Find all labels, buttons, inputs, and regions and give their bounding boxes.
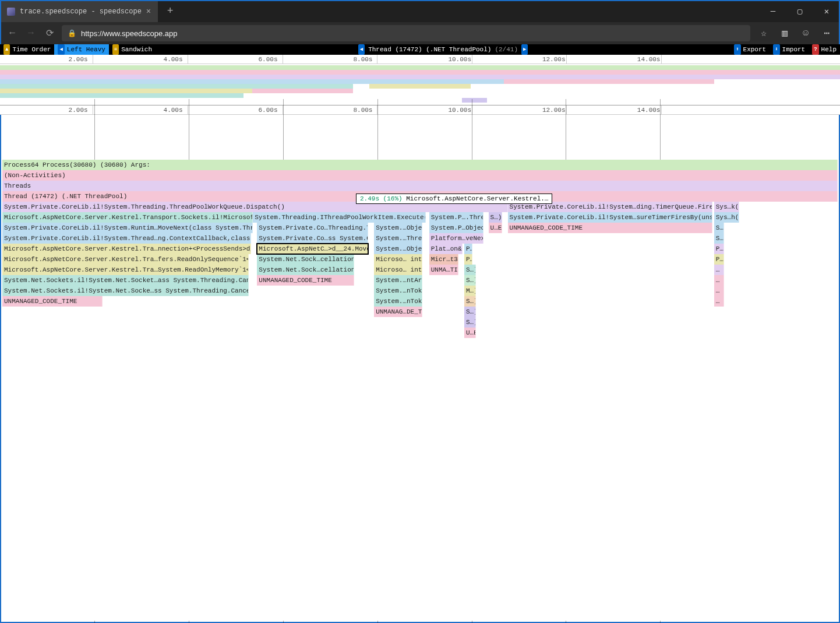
flame-frame[interactable]: System.Private.CoreLib.il!System.Thread…… (2, 233, 251, 244)
flame-frame[interactable]: P…) (714, 254, 724, 265)
close-window-button[interactable]: ✕ (813, 0, 840, 22)
prev-thread-icon[interactable]: ◀ (358, 44, 365, 55)
flame-frame[interactable]: System.Private.Co…ss System.Object) (257, 233, 368, 244)
minimap-band (462, 98, 487, 103)
flame-frame[interactable]: System.Threading.IThreadPoolWorkItem.Exe… (253, 212, 426, 223)
reading-icon[interactable]: ▥ (777, 27, 792, 39)
sandwich-tab[interactable]: ≡Sandwich (109, 44, 156, 55)
flame-frame[interactable]: System.P….Thread) (429, 212, 483, 223)
more-icon[interactable]: ⋯ (819, 27, 834, 39)
tab-title: trace.speedscope - speedscope (20, 8, 142, 16)
flame-frame[interactable]: M…) (464, 286, 476, 296)
flame-frame[interactable]: S…) (464, 275, 476, 286)
flame-frame[interactable]: System.Net.Sock…cellationToken) (257, 254, 354, 265)
thread-selector[interactable]: ◀ Thread (17472) (.NET ThreadPool) (2/41… (156, 44, 730, 55)
flame-frame[interactable]: UNMANAGED_CODE_TIME (2, 296, 103, 307)
flame-frame[interactable]: System.Net.Sock…cellationToken) (257, 265, 354, 275)
help-button[interactable]: ?Help (809, 44, 840, 55)
flame-frame[interactable]: UNMANAGED_CODE_TIME (508, 223, 712, 233)
flame-frame[interactable]: U…E (489, 223, 502, 233)
flame-frame[interactable]: S…) (464, 265, 476, 275)
flame-frame[interactable]: System.…Object) (374, 223, 422, 233)
flame-frame[interactable]: Microsoft.AspNetCore.Server.Kestrel.Tra…… (2, 265, 249, 275)
flame-frame[interactable]: Microsoft.AspNetCore.Server.Kestrel.Tra…… (2, 244, 251, 254)
flame-frame[interactable]: System.Net.Sockets.il!System.Net.Socke…s… (2, 286, 249, 296)
flame-frame[interactable]: Sys…k() (714, 202, 739, 212)
left-heavy-tab[interactable]: ◀Left Heavy (54, 44, 108, 55)
flame-frame[interactable]: Platform…veNext() (429, 233, 483, 244)
flamegraph[interactable]: Process64 Process(30680) (30680) Args:(N… (2, 160, 838, 621)
thread-count: (2/41) (495, 44, 518, 55)
next-thread-icon[interactable]: ▶ (521, 44, 528, 55)
axis-tick: 2.00s (93, 105, 115, 114)
favicon-icon (7, 8, 15, 16)
flame-frame[interactable]: P…) (464, 244, 472, 254)
flame-frame[interactable]: System.Private.CoreLib.il!System.Runtim…… (2, 223, 253, 233)
flame-frame[interactable]: S…) (714, 223, 724, 233)
maximize-button[interactable]: ▢ (786, 0, 813, 22)
feedback-icon[interactable]: ☺ (798, 28, 813, 38)
refresh-button[interactable]: ⟳ (43, 27, 56, 39)
flame-frame[interactable]: Sys…h() (714, 212, 739, 223)
flame-frame[interactable]: System.…Thread) (374, 233, 422, 244)
flame-frame[interactable]: S…) (714, 233, 724, 244)
flame-frame[interactable]: S…) (489, 212, 502, 223)
flame-frame[interactable]: Microsoft.AspNetCore.Server.Kestrel.Tra…… (2, 254, 249, 265)
flame-frame[interactable]: Micr…t32) (429, 254, 458, 265)
time-order-tab[interactable]: ▲Time Order (0, 44, 54, 55)
url-field[interactable]: 🔒 https://www.speedscope.app (62, 25, 750, 41)
flame-frame[interactable]: P…) (714, 244, 724, 254)
flame-frame[interactable]: S…) (464, 317, 476, 328)
back-button[interactable]: ← (6, 28, 19, 38)
export-label: Export (743, 44, 767, 55)
flame-frame[interactable]: Threads (2, 181, 838, 191)
flame-frame[interactable]: System.…nToken) (374, 286, 422, 296)
axis-tick: 8.00s (377, 55, 399, 64)
flame-frame[interactable]: System.…nToken) (374, 296, 422, 307)
export-button[interactable]: ⬆Export (730, 44, 770, 55)
flame-frame[interactable]: Microsoft.AspNetCore.Server.Kestrel.Tran… (2, 212, 253, 223)
flame-frame[interactable]: … (714, 286, 724, 296)
flame-frame[interactable]: UNMANAGED_CODE_TIME (257, 275, 354, 286)
help-label: Help (821, 44, 837, 55)
flame-frame[interactable]: System.…Object) (374, 244, 422, 254)
favorite-icon[interactable]: ☆ (756, 27, 771, 39)
flame-frame[interactable]: System.…ntArgs) (374, 275, 422, 286)
flame-frame[interactable]: UNMA…TIME (429, 265, 458, 275)
left-heavy-label: Left Heavy (67, 44, 105, 55)
flame-frame[interactable]: UNMANAG…DE_TIME (374, 307, 422, 317)
flame-frame[interactable]: Plat…on&) (429, 244, 463, 254)
axis-tick: 10.00s (472, 55, 498, 64)
flame-frame[interactable]: System.Private.CoreLib.il!System…sureTim… (508, 212, 712, 223)
browser-tab[interactable]: trace.speedscope - speedscope × (0, 0, 158, 22)
flame-frame[interactable]: Microsoft.AspNetC…>d__24.MoveNext() (257, 244, 368, 254)
minimize-button[interactable]: — (760, 0, 786, 22)
flame-frame[interactable]: … (714, 265, 724, 275)
url-text: https://www.speedscope.app (81, 29, 178, 38)
minimap-band (0, 84, 353, 89)
flame-frame[interactable]: … (714, 296, 724, 307)
flame-frame[interactable]: Microso… int8>) (374, 254, 422, 265)
flame-frame[interactable]: System.Net.Sockets.il!System.Net.Socket…… (2, 275, 249, 286)
flame-frame[interactable]: Process64 Process(30680) (30680) Args: (2, 160, 838, 170)
minimap-band (252, 89, 353, 93)
minimap-band (369, 84, 470, 89)
minimap-axis: 2.00s4.00s6.00s8.00s10.00s12.00s14.00s (0, 55, 840, 64)
flame-frame[interactable]: System.Private.Co…Threading.Thread) (257, 223, 368, 233)
flame-frame[interactable]: S…) (464, 296, 476, 307)
flame-frame[interactable]: System.P…Object) (429, 223, 483, 233)
forward-button[interactable]: → (24, 28, 37, 38)
flame-frame[interactable]: (Non-Activities) (2, 170, 838, 181)
address-bar: ← → ⟳ 🔒 https://www.speedscope.app ☆ ▥ ☺… (0, 22, 840, 44)
new-tab-button[interactable]: + (158, 0, 182, 22)
flame-frame[interactable]: U…E (464, 328, 476, 338)
flame-frame[interactable]: … (714, 275, 724, 286)
flame-frame[interactable]: S…) (464, 307, 476, 317)
main-axis: 2.00s4.00s6.00s8.00s10.00s12.00s14.00s (0, 105, 840, 115)
close-tab-icon[interactable]: × (146, 7, 151, 16)
minimap[interactable] (0, 64, 840, 105)
time-order-label: Time Order (12, 44, 51, 55)
flame-frame[interactable]: Microso… int8>) (374, 265, 422, 275)
import-button[interactable]: ⬇Import (770, 44, 809, 55)
flame-frame[interactable]: P…) (464, 254, 472, 265)
